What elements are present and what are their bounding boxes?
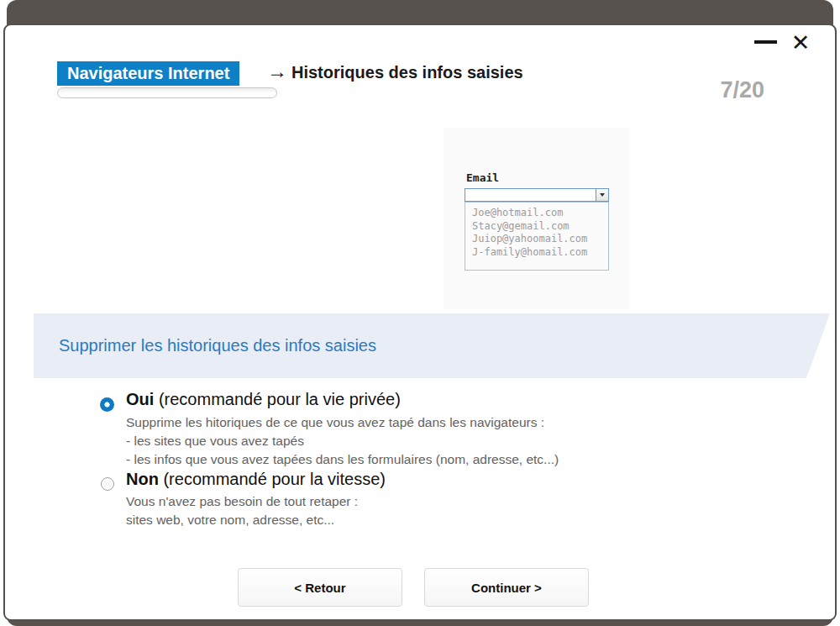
option-oui-rest: (recommandé pour la vie privée) bbox=[154, 390, 400, 408]
email-input bbox=[465, 189, 596, 201]
close-icon: ✕ bbox=[791, 29, 811, 55]
option-oui-bold: Oui bbox=[126, 390, 154, 408]
close-button[interactable]: ✕ bbox=[785, 27, 816, 57]
continue-button[interactable]: Continuer > bbox=[424, 568, 589, 607]
section-banner: Supprimer les historiques des infos sais… bbox=[34, 313, 830, 378]
arrow-right-icon: → bbox=[267, 60, 287, 83]
page-title: Historiques des infos saisies bbox=[291, 63, 523, 82]
back-button[interactable]: < Retour bbox=[238, 568, 402, 607]
email-history-illustration: Email Joe@hotmail.com Stacy@gemail.com J… bbox=[444, 128, 629, 309]
option-non-desc-1: Vous n'avez pas besoin de tout retaper : bbox=[126, 492, 358, 511]
list-item: Stacy@gemail.com bbox=[472, 220, 608, 234]
list-item: Juiop@yahoomail.com bbox=[472, 233, 608, 246]
content-panel: ✕ Navigateurs Internet → Historiques des… bbox=[3, 24, 837, 621]
list-item: J-family@homail.com bbox=[472, 246, 608, 260]
email-combobox bbox=[465, 188, 609, 202]
option-non-rest: (recommandé pour la vitesse) bbox=[159, 470, 386, 488]
section-banner-text: Supprimer les historiques des infos sais… bbox=[59, 336, 376, 355]
list-item: Joe@hotmail.com bbox=[472, 207, 608, 220]
option-oui-label[interactable]: Oui (recommandé pour la vie privée) bbox=[126, 390, 401, 409]
option-non-bold: Non bbox=[126, 470, 159, 488]
progress-bar bbox=[57, 87, 277, 98]
radio-oui[interactable] bbox=[100, 397, 114, 412]
category-badge: Navigateurs Internet bbox=[57, 61, 239, 86]
step-counter: 7/20 bbox=[720, 77, 764, 103]
option-oui-desc-2: - les sites que vous avez tapés bbox=[126, 432, 304, 450]
email-field-label: Email bbox=[466, 171, 499, 184]
option-oui-desc-3: - les infos que vous avez tapées dans le… bbox=[126, 450, 559, 469]
minimize-button[interactable] bbox=[749, 32, 781, 52]
caret-down-icon bbox=[600, 193, 605, 197]
option-non-desc-2: sites web, votre nom, adresse, etc... bbox=[126, 511, 334, 529]
dropdown-button bbox=[596, 189, 608, 201]
email-suggestion-list: Joe@hotmail.com Stacy@gemail.com Juiop@y… bbox=[465, 202, 609, 271]
option-non-label[interactable]: Non (recommandé pour la vitesse) bbox=[126, 470, 386, 489]
minimize-icon bbox=[754, 40, 777, 44]
radio-non[interactable] bbox=[101, 477, 114, 491]
option-oui-desc-1: Supprime les hitoriques de ce que vous a… bbox=[126, 413, 544, 432]
app-window: ✕ Navigateurs Internet → Historiques des… bbox=[0, 0, 840, 626]
